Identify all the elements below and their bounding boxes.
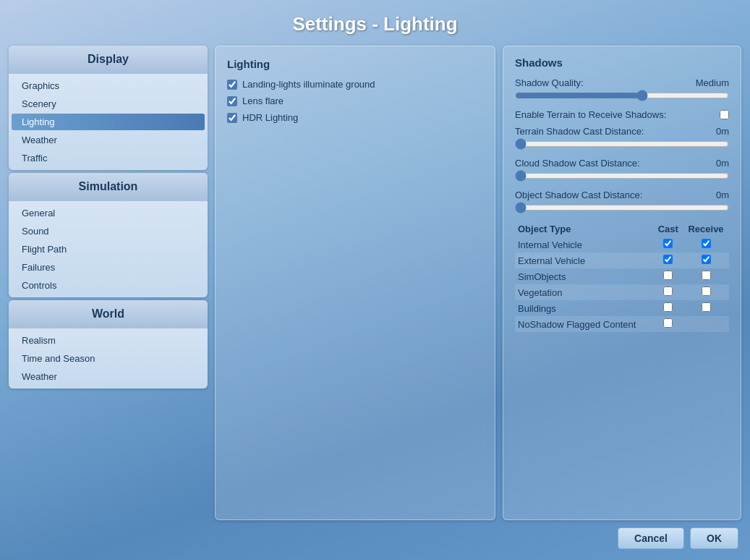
- cloud-shadow-slider-container: [515, 171, 729, 182]
- table-row: Vegetation: [515, 284, 729, 300]
- object-cast-cell: [654, 253, 683, 268]
- table-row: Internal Vehicle: [515, 237, 729, 253]
- sidebar-item-scenery[interactable]: Scenery: [9, 95, 208, 113]
- enable-terrain-row: Enable Terrain to Receive Shadows:: [515, 109, 729, 120]
- object-type-table: Object Type Cast Receive Internal Vehicl…: [515, 221, 729, 332]
- sidebar-item-weather-world[interactable]: Weather: [9, 368, 208, 386]
- ok-button[interactable]: OK: [690, 527, 738, 549]
- object-cast-cell: [654, 300, 683, 316]
- receive-checkbox[interactable]: [702, 239, 711, 248]
- object-shadow-label: Object Shadow Cast Distance:: [515, 190, 693, 200]
- lighting-panel: Lighting Landing-lights illuminate groun…: [215, 46, 495, 520]
- object-cast-cell: [654, 268, 683, 284]
- object-shadow-slider-container: [515, 203, 729, 214]
- sidebar-item-controls[interactable]: Controls: [9, 276, 208, 294]
- object-cast-cell: [654, 237, 683, 253]
- cast-checkbox[interactable]: [663, 287, 673, 296]
- object-type-name: NoShadow Flagged Content: [515, 316, 654, 332]
- object-shadow-row: Object Shadow Cast Distance: 0m: [515, 190, 729, 200]
- receive-checkbox[interactable]: [702, 255, 711, 264]
- object-receive-cell: [683, 253, 729, 268]
- landing-lights-label: Landing-lights illuminate ground: [242, 79, 375, 90]
- sidebar-item-flightpath[interactable]: Flight Path: [9, 240, 208, 258]
- sidebar-world-header: World: [9, 300, 208, 328]
- sidebar-item-general[interactable]: General: [9, 204, 208, 222]
- cast-checkbox[interactable]: [663, 255, 673, 264]
- shadow-quality-row: Shadow Quality: Medium: [515, 77, 729, 88]
- enable-terrain-checkbox[interactable]: [720, 110, 729, 119]
- landing-lights-row: Landing-lights illuminate ground: [227, 79, 483, 90]
- cast-checkbox[interactable]: [663, 271, 673, 280]
- terrain-shadow-slider[interactable]: [515, 140, 729, 148]
- object-type-name: Internal Vehicle: [515, 237, 654, 253]
- object-type-col-header: Object Type: [515, 221, 654, 237]
- object-shadow-value: 0m: [693, 190, 729, 200]
- sidebar-item-failures[interactable]: Failures: [9, 258, 208, 276]
- cloud-shadow-row: Cloud Shadow Cast Distance: 0m: [515, 158, 729, 169]
- sidebar-section-display: Display Graphics Scenery Lighting Weathe…: [9, 46, 208, 170]
- cast-checkbox[interactable]: [663, 318, 673, 328]
- lens-flare-label: Lens flare: [242, 96, 284, 106]
- sidebar-simulation-header: Simulation: [9, 173, 208, 201]
- object-shadow-slider[interactable]: [515, 203, 729, 212]
- sidebar: Display Graphics Scenery Lighting Weathe…: [9, 46, 208, 520]
- sidebar-item-graphics[interactable]: Graphics: [9, 77, 208, 95]
- terrain-shadow-label: Terrain Shadow Cast Distance:: [515, 126, 693, 137]
- object-cast-cell: [654, 316, 683, 332]
- lighting-panel-title: Lighting: [227, 58, 483, 70]
- object-type-name: External Vehicle: [515, 253, 654, 268]
- terrain-shadow-row: Terrain Shadow Cast Distance: 0m: [515, 126, 729, 137]
- sidebar-item-traffic[interactable]: Traffic: [9, 149, 208, 167]
- object-receive-cell: [683, 268, 729, 284]
- hdr-lighting-label: HDR Lighting: [242, 112, 298, 123]
- object-receive-cell: [683, 237, 729, 253]
- shadows-panel: Shadows Shadow Quality: Medium Enable Te…: [503, 46, 741, 520]
- cast-checkbox[interactable]: [663, 239, 673, 248]
- cloud-shadow-slider[interactable]: [515, 171, 729, 180]
- table-row: External Vehicle: [515, 253, 729, 268]
- table-row: Buildings: [515, 300, 729, 316]
- sidebar-display-header: Display: [9, 46, 208, 74]
- sidebar-item-weather-display[interactable]: Weather: [9, 131, 208, 149]
- receive-checkbox[interactable]: [702, 287, 711, 296]
- sidebar-item-lighting[interactable]: Lighting: [12, 114, 205, 130]
- shadow-quality-label: Shadow Quality:: [515, 77, 693, 88]
- object-type-name: SimObjects: [515, 268, 654, 284]
- sidebar-section-world: World Realism Time and Season Weather: [9, 300, 208, 389]
- shadow-quality-slider-container: [515, 91, 729, 102]
- hdr-lighting-row: HDR Lighting: [227, 112, 483, 123]
- sidebar-item-timeseason[interactable]: Time and Season: [9, 349, 208, 368]
- shadow-quality-slider[interactable]: [515, 91, 729, 100]
- receive-col-header: Receive: [683, 221, 729, 237]
- cloud-shadow-value: 0m: [693, 158, 729, 169]
- cast-checkbox[interactable]: [663, 302, 673, 312]
- sidebar-item-realism[interactable]: Realism: [9, 331, 208, 349]
- page-title: Settings - Lighting: [0, 0, 750, 46]
- lens-flare-checkbox[interactable]: [227, 96, 237, 106]
- hdr-lighting-checkbox[interactable]: [227, 113, 237, 123]
- table-row: SimObjects: [515, 268, 729, 284]
- object-receive-cell: [683, 316, 729, 332]
- shadow-quality-value: Medium: [693, 77, 729, 88]
- terrain-shadow-value: 0m: [693, 126, 729, 137]
- cancel-button[interactable]: Cancel: [618, 527, 684, 549]
- table-row: NoShadow Flagged Content: [515, 316, 729, 332]
- shadows-panel-title: Shadows: [515, 56, 729, 69]
- sidebar-section-simulation: Simulation General Sound Flight Path Fai…: [9, 173, 208, 297]
- object-cast-cell: [654, 284, 683, 300]
- receive-checkbox[interactable]: [702, 271, 711, 280]
- object-type-name: Vegetation: [515, 284, 654, 300]
- footer: Cancel OK: [0, 520, 750, 556]
- cast-col-header: Cast: [654, 221, 683, 237]
- cloud-shadow-label: Cloud Shadow Cast Distance:: [515, 158, 693, 169]
- enable-terrain-label: Enable Terrain to Receive Shadows:: [515, 109, 666, 120]
- receive-checkbox[interactable]: [702, 302, 711, 312]
- lens-flare-row: Lens flare: [227, 96, 483, 106]
- object-receive-cell: [683, 284, 729, 300]
- sidebar-item-sound[interactable]: Sound: [9, 222, 208, 240]
- object-receive-cell: [683, 300, 729, 316]
- object-type-name: Buildings: [515, 300, 654, 316]
- terrain-shadow-slider-container: [515, 140, 729, 150]
- landing-lights-checkbox[interactable]: [227, 80, 237, 90]
